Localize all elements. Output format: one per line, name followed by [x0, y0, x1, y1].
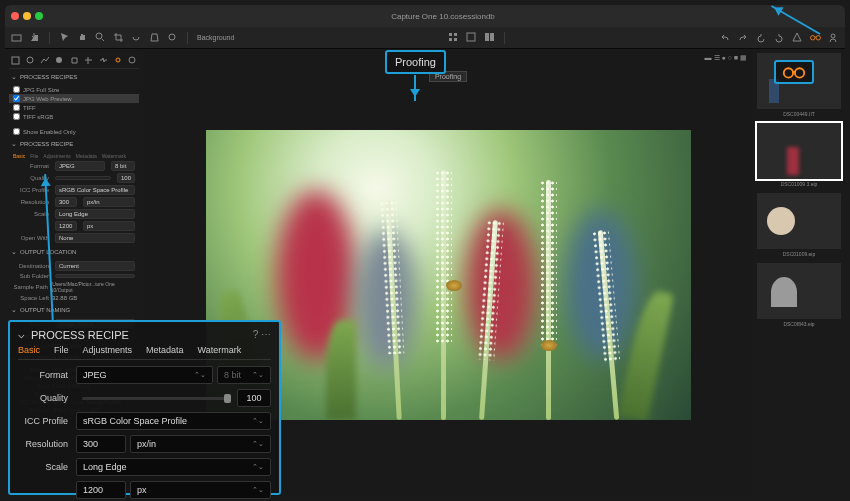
- bit-select[interactable]: 8 bit⌃⌄: [217, 366, 271, 384]
- svg-point-15: [56, 57, 62, 63]
- svg-point-10: [811, 35, 815, 39]
- svg-point-19: [795, 68, 804, 77]
- grid-icon[interactable]: [448, 32, 459, 43]
- svg-point-1: [96, 33, 102, 39]
- output-header[interactable]: ⌄OUTPUT LOCATION: [9, 244, 139, 260]
- recipe-item[interactable]: TIFF sRGB: [9, 112, 139, 121]
- svg-rect-3: [449, 33, 452, 36]
- tab-basic[interactable]: Basic: [18, 345, 40, 355]
- resolution-unit[interactable]: px/in⌃⌄: [130, 435, 271, 453]
- cursor-icon[interactable]: [59, 32, 70, 43]
- recipe-item[interactable]: TIFF: [9, 103, 139, 112]
- svg-point-11: [816, 35, 820, 39]
- zoom-icon-tool[interactable]: [95, 32, 106, 43]
- svg-point-17: [129, 57, 135, 63]
- minimize-icon[interactable]: [23, 12, 31, 20]
- svg-rect-7: [467, 33, 475, 41]
- svg-rect-4: [454, 33, 457, 36]
- single-icon[interactable]: [466, 32, 477, 43]
- svg-point-2: [169, 34, 175, 40]
- svg-rect-8: [485, 33, 489, 41]
- import-icon[interactable]: [11, 32, 22, 43]
- recipe-header[interactable]: ⌄PROCESS RECIPE: [9, 136, 139, 152]
- viewer-top: ▬ ☰ ● ○ ■ ▦: [143, 49, 753, 67]
- callout-recipe-panel: ⌵PROCESS RECIPE? ⋯ Basic File Adjustment…: [8, 320, 281, 495]
- icc-select[interactable]: sRGB Color Space Profile: [55, 185, 135, 195]
- spot-icon[interactable]: [167, 32, 178, 43]
- callout-glasses: [774, 60, 814, 84]
- multi-icon[interactable]: [484, 32, 495, 43]
- scale-unit[interactable]: px⌃⌄: [130, 481, 271, 499]
- svg-rect-5: [449, 38, 452, 41]
- recipes-header[interactable]: ⌄PROCESS RECIPES: [9, 69, 139, 85]
- icc-select[interactable]: sRGB Color Space Profile⌃⌄: [76, 412, 271, 430]
- warning-icon[interactable]: [792, 32, 803, 43]
- quality-input[interactable]: 100: [237, 389, 271, 407]
- scale-value[interactable]: 1200: [76, 481, 126, 499]
- format-select[interactable]: JPEG: [55, 161, 105, 171]
- export-icon[interactable]: [29, 32, 40, 43]
- rotate-left-icon[interactable]: [756, 32, 767, 43]
- keystone-icon[interactable]: [149, 32, 160, 43]
- thumbnail[interactable]: DSC01009 3.eip: [757, 123, 841, 189]
- svg-point-18: [784, 68, 793, 77]
- panel-title: PROCESS RECIPE: [31, 329, 129, 341]
- tool-tabs[interactable]: [9, 53, 139, 69]
- rotate-icon[interactable]: [131, 32, 142, 43]
- panel-tabs[interactable]: Basic File Adjustments Metadata Watermar…: [18, 345, 271, 360]
- svg-rect-0: [12, 35, 21, 41]
- arrow-icon: [414, 75, 416, 101]
- quality-slider[interactable]: [82, 397, 231, 400]
- tab-file[interactable]: File: [54, 345, 69, 355]
- recipe-item[interactable]: JPG Web Preview: [9, 94, 139, 103]
- bg-label: Background: [197, 34, 234, 41]
- more-icon[interactable]: ? ⋯: [253, 329, 271, 340]
- thumbnail[interactable]: DSC0f843.eip: [757, 263, 841, 329]
- toolbar: Background: [5, 27, 845, 49]
- zoom-icon[interactable]: [35, 12, 43, 20]
- tab-adjustments[interactable]: Adjustments: [83, 345, 133, 355]
- callout-proofing-label: Proofing: [385, 50, 446, 74]
- window-title: Capture One 10.cosessiondb: [47, 12, 839, 21]
- browser: DSC00449.IIT DSC01009 3.eip DSC01009.eip…: [753, 49, 845, 496]
- undo-icon[interactable]: [720, 32, 731, 43]
- hand-icon[interactable]: [77, 32, 88, 43]
- recipe-tabs[interactable]: BasicFileAdjustmentsMetadataWatermark: [9, 152, 139, 160]
- redo-icon[interactable]: [738, 32, 749, 43]
- close-icon[interactable]: [11, 12, 19, 20]
- svg-rect-6: [454, 38, 457, 41]
- show-enabled[interactable]: Show Enabled Only: [9, 127, 139, 136]
- thumbnail[interactable]: DSC01009.eip: [757, 193, 841, 259]
- rotate-right-icon[interactable]: [774, 32, 785, 43]
- titlebar: Capture One 10.cosessiondb: [5, 5, 845, 27]
- svg-point-12: [831, 34, 835, 38]
- recipe-item[interactable]: JPG Full Size: [9, 85, 139, 94]
- svg-rect-13: [12, 57, 19, 64]
- svg-point-14: [27, 57, 33, 63]
- user-icon[interactable]: [828, 32, 839, 43]
- resolution-input[interactable]: 300: [76, 435, 126, 453]
- scale-select[interactable]: Long Edge⌃⌄: [76, 458, 271, 476]
- svg-point-16: [116, 58, 120, 62]
- crop-icon[interactable]: [113, 32, 124, 43]
- format-select[interactable]: JPEG⌃⌄: [76, 366, 213, 384]
- tab-metadata[interactable]: Metadata: [146, 345, 184, 355]
- svg-rect-9: [490, 33, 494, 41]
- tab-watermark[interactable]: Watermark: [198, 345, 242, 355]
- naming-header[interactable]: ⌄OUTPUT NAMING: [9, 302, 139, 318]
